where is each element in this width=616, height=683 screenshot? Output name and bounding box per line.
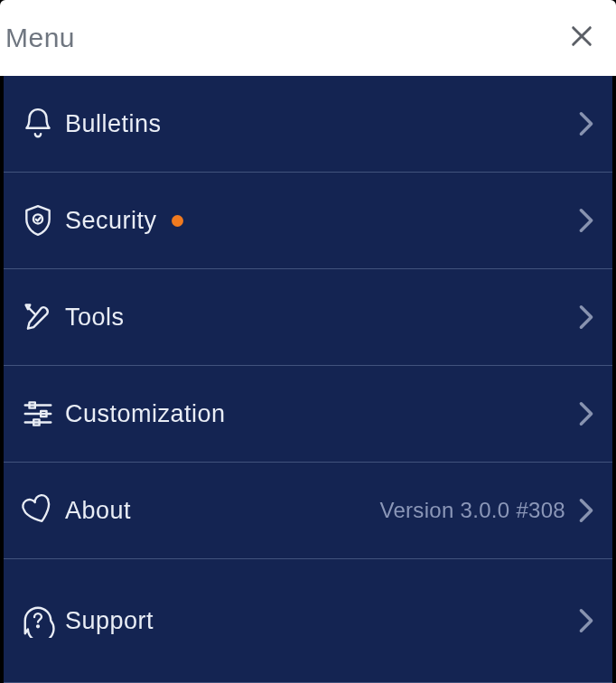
menu-item-label: Bulletins xyxy=(65,110,162,138)
menu-item-about[interactable]: About Version 3.0.0 #308 xyxy=(4,463,612,559)
menu-item-customization[interactable]: Customization xyxy=(4,366,612,463)
notification-dot xyxy=(172,215,183,227)
chevron-right-icon xyxy=(578,401,594,426)
menu-header: Menu xyxy=(0,0,616,76)
menu-item-label: Tools xyxy=(65,304,125,332)
sliders-icon xyxy=(11,397,65,431)
help-icon xyxy=(11,603,65,638)
menu-item-text: Tools xyxy=(65,304,125,332)
chevron-right-icon xyxy=(578,111,594,136)
bell-icon xyxy=(11,107,65,141)
version-text: Version 3.0.0 #308 xyxy=(379,498,565,523)
tools-icon xyxy=(11,300,65,334)
menu-item-label: Support xyxy=(65,607,154,635)
menu-item-text: Support xyxy=(65,607,154,635)
menu-item-label: About xyxy=(65,497,131,525)
menu-item-security[interactable]: Security xyxy=(4,173,612,269)
close-button[interactable] xyxy=(564,20,600,56)
menu-item-text: About xyxy=(65,497,131,525)
menu-item-text: Customization xyxy=(65,400,226,428)
menu-item-label: Security xyxy=(65,207,183,235)
close-icon xyxy=(569,23,594,52)
menu-item-text: Security xyxy=(65,207,157,235)
menu-list: Bulletins Security xyxy=(0,76,616,683)
chevron-right-icon xyxy=(578,304,594,330)
chevron-right-icon xyxy=(578,608,594,633)
menu-item-tools[interactable]: Tools xyxy=(4,269,612,366)
svg-point-9 xyxy=(37,625,39,627)
chevron-right-icon xyxy=(578,498,594,523)
menu-item-label: Customization xyxy=(65,400,226,428)
menu-item-support[interactable]: Support xyxy=(4,559,612,683)
menu-title: Menu xyxy=(5,23,75,53)
menu-item-bulletins[interactable]: Bulletins xyxy=(4,76,612,173)
shield-icon xyxy=(11,203,65,238)
heart-icon xyxy=(11,493,65,528)
menu-item-text: Bulletins xyxy=(65,110,162,138)
chevron-right-icon xyxy=(578,208,594,233)
